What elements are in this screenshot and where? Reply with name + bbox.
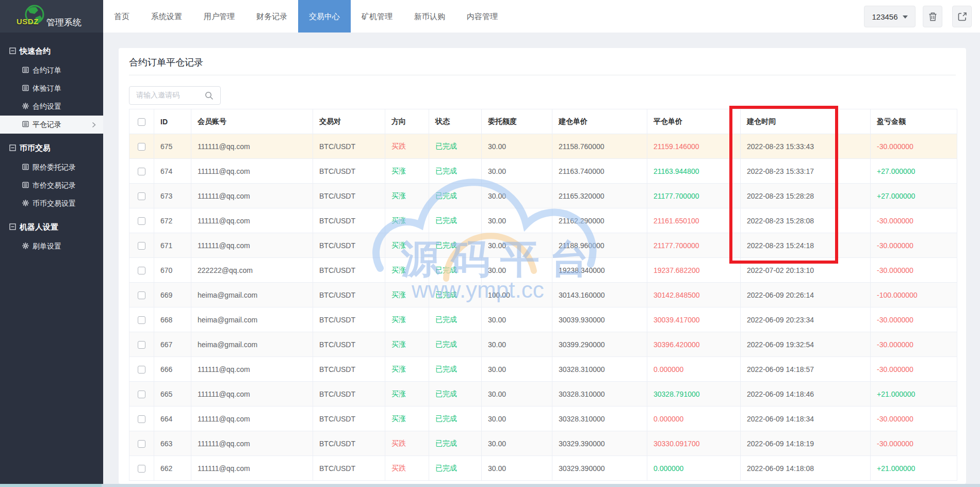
row-checkbox-input[interactable] bbox=[138, 316, 145, 324]
cell-id: 667 bbox=[154, 332, 191, 357]
row-checkbox bbox=[129, 332, 154, 357]
sidebar-item[interactable]: 限价委托记录 bbox=[0, 158, 103, 176]
sidebar-item[interactable]: 合约订单 bbox=[0, 61, 103, 79]
collapse-icon bbox=[9, 223, 16, 232]
trash-button[interactable] bbox=[923, 6, 942, 27]
cell-open-price: 30328.310000 bbox=[552, 407, 647, 431]
nav-item[interactable]: 矿机管理 bbox=[351, 0, 403, 33]
cell-status: 已完成 bbox=[429, 208, 482, 233]
top-bar: USDZ 管理系统 首页系统设置用户管理财务记录交易中心矿机管理新币认购内容管理… bbox=[0, 0, 980, 33]
row-checkbox-input[interactable] bbox=[138, 440, 145, 448]
cell-open-time: 2022-08-23 15:33:17 bbox=[741, 159, 871, 184]
cell-profit: -100.000000 bbox=[871, 283, 957, 307]
select-all-checkbox[interactable] bbox=[138, 118, 145, 126]
row-checkbox-input[interactable] bbox=[138, 465, 145, 473]
row-checkbox-input[interactable] bbox=[138, 217, 145, 225]
column-header: 会员账号 bbox=[191, 109, 313, 134]
cell-open-price: 30399.290000 bbox=[552, 332, 647, 357]
row-checkbox-input[interactable] bbox=[138, 366, 145, 374]
cell-open-price: 30328.310000 bbox=[552, 357, 647, 382]
nav-item[interactable]: 新币认购 bbox=[403, 0, 456, 33]
cell-amount: 30.00 bbox=[482, 357, 552, 382]
user-dropdown[interactable]: 123456 bbox=[864, 6, 916, 27]
row-checkbox-input[interactable] bbox=[138, 291, 145, 299]
cell-direction: 买涨 bbox=[385, 184, 429, 208]
row-checkbox-input[interactable] bbox=[138, 192, 145, 200]
cell-status: 已完成 bbox=[429, 159, 482, 184]
cell-direction: 买跌 bbox=[385, 134, 429, 159]
cell-direction: 买跌 bbox=[385, 456, 429, 481]
cell-close-price: 0.000000 bbox=[647, 407, 741, 431]
cell-account: 111111@qq.com bbox=[191, 233, 313, 258]
row-checkbox-input[interactable] bbox=[138, 168, 145, 175]
row-checkbox bbox=[129, 233, 154, 258]
sidebar-item[interactable]: 合约设置 bbox=[0, 98, 103, 116]
list-icon bbox=[22, 85, 29, 93]
nav-item[interactable]: 用户管理 bbox=[193, 0, 246, 33]
horizontal-scrollbar[interactable] bbox=[0, 484, 980, 487]
row-checkbox-input[interactable] bbox=[138, 242, 145, 250]
row-checkbox-input[interactable] bbox=[138, 143, 145, 151]
cell-amount: 30.00 bbox=[482, 382, 552, 407]
chevron-right-icon bbox=[92, 121, 96, 129]
nav-item[interactable]: 交易中心 bbox=[298, 0, 351, 33]
sidebar-section-header[interactable]: 快速合约 bbox=[0, 41, 103, 61]
cell-open-price: 30329.390000 bbox=[552, 431, 647, 456]
sidebar-item[interactable]: 体验订单 bbox=[0, 79, 103, 98]
row-checkbox-input[interactable] bbox=[138, 341, 145, 349]
cell-pair: BTC/USDT bbox=[313, 208, 385, 233]
sidebar-item[interactable]: 市价交易记录 bbox=[0, 176, 103, 194]
cell-direction: 买涨 bbox=[385, 208, 429, 233]
trash-icon bbox=[928, 12, 937, 22]
sidebar-item[interactable]: 平仓记录 bbox=[0, 116, 103, 134]
chevron-down-icon bbox=[903, 15, 908, 21]
row-checkbox bbox=[129, 357, 154, 382]
cell-open-time: 2022-08-23 15:33:43 bbox=[741, 134, 871, 159]
topbar-actions: 123456 bbox=[864, 6, 972, 27]
cell-status: 已完成 bbox=[429, 431, 482, 456]
cell-account: 111111@qq.com bbox=[191, 382, 313, 407]
sidebar-section-header[interactable]: 币币交易 bbox=[0, 138, 103, 158]
cell-account: 111111@qq.com bbox=[191, 407, 313, 431]
nav-item[interactable]: 首页 bbox=[103, 0, 140, 33]
sidebar-item[interactable]: 币币交易设置 bbox=[0, 194, 103, 213]
scrollbar-thumb[interactable] bbox=[0, 484, 102, 487]
list-icon bbox=[22, 182, 29, 190]
cell-close-price: 21163.944800 bbox=[647, 159, 741, 184]
cell-id: 663 bbox=[154, 431, 191, 456]
column-header: 建仓单价 bbox=[552, 109, 647, 134]
cell-id: 662 bbox=[154, 456, 191, 481]
cell-pair: BTC/USDT bbox=[313, 332, 385, 357]
column-header: 建仓时间 bbox=[741, 109, 871, 134]
table-row: 669heima@gmail.comBTC/USDT买涨已完成100.00301… bbox=[129, 283, 957, 307]
cell-profit: -30.000000 bbox=[871, 332, 957, 357]
cell-amount: 30.00 bbox=[482, 431, 552, 456]
table-header-row: ID会员账号交易对方向状态委托额度建仓单价平仓单价建仓时间盈亏金额 bbox=[129, 109, 957, 134]
cell-profit: -30.000000 bbox=[871, 357, 957, 382]
cell-pair: BTC/USDT bbox=[313, 357, 385, 382]
row-checkbox-input[interactable] bbox=[138, 267, 145, 274]
cell-amount: 30.00 bbox=[482, 208, 552, 233]
cell-account: 111111@qq.com bbox=[191, 357, 313, 382]
cell-account: heima@gmail.com bbox=[191, 283, 313, 307]
sidebar-item[interactable]: 刷单设置 bbox=[0, 237, 103, 255]
nav-item[interactable]: 系统设置 bbox=[140, 0, 193, 33]
logout-button[interactable] bbox=[952, 6, 972, 27]
app-name: 管理系统 bbox=[46, 17, 81, 28]
row-checkbox-input[interactable] bbox=[138, 391, 145, 398]
nav-item[interactable]: 内容管理 bbox=[456, 0, 509, 33]
cell-open-price: 21162.290000 bbox=[552, 208, 647, 233]
cell-open-time: 2022-06-09 14:18:19 bbox=[741, 431, 871, 456]
gear-icon bbox=[22, 103, 29, 111]
nav-item[interactable]: 财务记录 bbox=[246, 0, 298, 33]
table-row: 671111111@qq.comBTC/USDT买涨已完成30.0021188.… bbox=[129, 233, 957, 258]
cell-status: 已完成 bbox=[429, 283, 482, 307]
page-title: 合约订单平仓记录 bbox=[119, 48, 966, 69]
brand-logo: USDZ 管理系统 bbox=[0, 0, 103, 33]
cell-status: 已完成 bbox=[429, 456, 482, 481]
search-input[interactable]: 请输入邀请码 bbox=[129, 86, 221, 105]
row-checkbox bbox=[129, 134, 154, 159]
row-checkbox bbox=[129, 159, 154, 184]
sidebar-section-header[interactable]: 机器人设置 bbox=[0, 217, 103, 237]
row-checkbox-input[interactable] bbox=[138, 415, 145, 423]
